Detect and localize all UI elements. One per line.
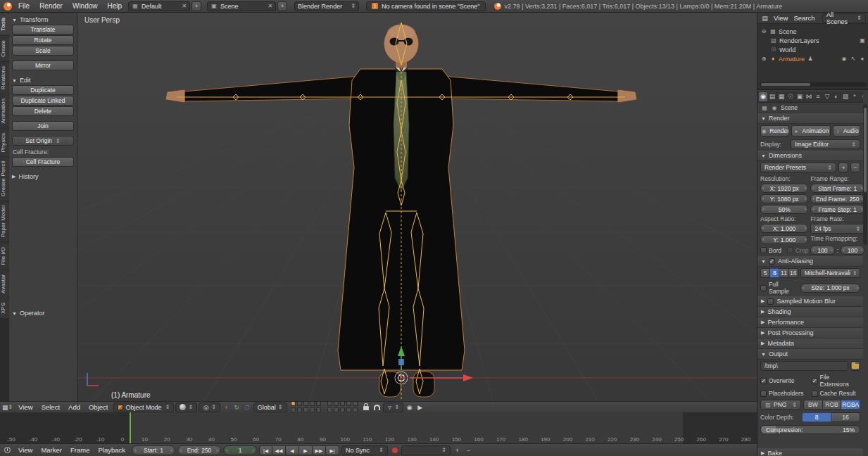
editor-type-timeline-icon[interactable] [3, 445, 12, 455]
preset-add-button[interactable]: + [838, 163, 848, 172]
join-button[interactable]: Join [12, 121, 74, 131]
properties-scrollbar[interactable] [863, 104, 867, 245]
operator-section-header[interactable]: ▼Operator [12, 308, 75, 318]
render-toggle-icon[interactable]: ▣ [859, 37, 866, 44]
frame-rate-dropdown[interactable]: 24 fps⇕ [810, 224, 864, 234]
timeline-menu-item[interactable]: Playback [94, 446, 130, 454]
outliner-row-world[interactable]: ☉ World [757, 45, 868, 54]
blender-logo-icon[interactable] [4, 2, 12, 11]
selectability-arrow-icon[interactable]: ↖ [850, 56, 857, 62]
sync-mode-dropdown[interactable]: No Sync⇕ [341, 445, 388, 455]
tab-particles[interactable]: * [850, 92, 859, 101]
edit-button[interactable]: Duplicate Linked [12, 96, 74, 106]
playback-button[interactable]: ◀◀ [272, 445, 286, 455]
timeline-menu-item[interactable]: View [14, 446, 37, 454]
edit-button[interactable]: Delete [12, 106, 74, 116]
playback-button[interactable]: ▶| [326, 445, 339, 455]
timeline-menu-item[interactable]: Frame [66, 446, 94, 454]
manipulator-translate-icon[interactable]: + [222, 403, 231, 412]
tool-shelf-tab[interactable]: Avastar [0, 270, 9, 298]
viewport-menu-item[interactable]: Select [37, 403, 64, 411]
layout-close-icon[interactable]: ✕ [182, 3, 187, 9]
tool-shelf-tab[interactable]: Physics [0, 129, 9, 157]
layer-toggle[interactable] [297, 407, 302, 412]
scrollbar-thumb[interactable] [761, 83, 810, 86]
collapsed-panel-header[interactable]: ▶Post Processing [757, 328, 863, 338]
end-frame-field[interactable]: End:250 [177, 445, 221, 455]
insert-keyframe-icon[interactable]: + [453, 445, 462, 455]
render-panel-header[interactable]: ▼Render [757, 113, 863, 124]
lock-to-scene-icon[interactable] [362, 403, 371, 412]
aspect-x-field[interactable]: X:1.000 [760, 224, 808, 233]
channel-button[interactable]: RGB [823, 400, 842, 410]
tool-shelf-tab[interactable]: Create [0, 36, 9, 61]
layer-toggle[interactable] [316, 401, 321, 406]
crop-checkbox[interactable]: Crop [787, 246, 808, 255]
layer-buttons-group-1[interactable] [291, 401, 322, 413]
layer-toggle[interactable] [334, 401, 339, 406]
tab-render[interactable]: ◉ [759, 92, 767, 101]
tab-world[interactable]: ☉ [786, 92, 795, 101]
remap-new-field[interactable]: 100 [841, 246, 864, 255]
scrollbar-thumb[interactable] [864, 108, 867, 192]
tool-shelf-tab[interactable]: Relations [0, 62, 9, 94]
motion-blur-checkbox[interactable] [767, 298, 774, 305]
browse-folder-button[interactable] [850, 361, 860, 371]
outliner-row-scene[interactable]: ⊖ ▦ Scene [757, 27, 868, 36]
scene-selector[interactable]: ▣ Scene ✕ [207, 1, 276, 11]
outliner-scrollbar[interactable] [760, 82, 867, 87]
screen-layout-selector[interactable]: ▦ Default ✕ [128, 1, 190, 11]
menu-item[interactable]: Help [103, 2, 127, 10]
resolution-x-field[interactable]: X:1920 px [760, 184, 808, 193]
current-frame-field[interactable]: 1 [223, 445, 257, 455]
layer-buttons-group-2[interactable] [327, 401, 358, 413]
viewport-menu-item[interactable]: Object [84, 403, 112, 411]
layout-browse-icon[interactable]: ▦ [132, 3, 139, 9]
remap-old-field[interactable]: 100 [810, 246, 834, 255]
snap-element-dropdown[interactable]: ▿⇕ [383, 403, 404, 412]
sampled-motion-blur-header[interactable]: ▶Sampled Motion Blur [757, 296, 863, 307]
edit-button[interactable]: Duplicate [12, 85, 74, 95]
render-presets-dropdown[interactable]: Render Presets⇕ [760, 163, 836, 172]
render-engine-dropdown[interactable]: Blender Render ⇕ [294, 1, 359, 11]
mirror-button[interactable]: Mirror [12, 61, 74, 70]
output-panel-header[interactable]: ▼Output [757, 349, 863, 360]
placeholders-checkbox[interactable]: Placeholders [760, 390, 810, 397]
layer-toggle[interactable] [297, 401, 302, 406]
aa-sample-button[interactable]: 11 [779, 268, 788, 278]
collapsed-panel-header[interactable]: ▶Metadata [757, 338, 863, 349]
resolution-percent-slider[interactable]: 50% [760, 205, 808, 214]
renderability-camera-icon[interactable]: ● [859, 56, 866, 62]
overwrite-checkbox[interactable]: Overwrite [760, 374, 810, 388]
manipulator-rotate-icon[interactable]: ↻ [232, 403, 241, 412]
tool-shelf-tab[interactable]: Grease Pencil [0, 157, 9, 201]
layer-toggle[interactable] [346, 401, 351, 406]
aa-sample-button[interactable]: 5 [760, 268, 770, 278]
render-opengl-anim-icon[interactable]: ▶ [415, 403, 424, 412]
outliner-row-armature[interactable]: ⊕ ♦ Armature ♟ ◉ ↖ ● [757, 54, 868, 63]
cache-result-checkbox[interactable]: Cache Result [812, 390, 861, 397]
layer-toggle[interactable] [310, 401, 315, 406]
cell-fracture-button[interactable]: Cell Fracture [12, 157, 74, 167]
timeline-ruler[interactable]: -50-40-30-20-100102030405060708090100110… [0, 412, 757, 443]
outliner-row-renderlayers[interactable]: ▤ RenderLayers ▣ [757, 36, 868, 45]
layer-toggle[interactable] [291, 407, 296, 412]
history-section-header[interactable]: ▶History [12, 172, 74, 182]
playback-button[interactable]: ◀ [286, 445, 299, 455]
add-layout-button[interactable]: + [191, 1, 201, 11]
expand-icon[interactable]: ⊕ [760, 56, 767, 62]
file-format-dropdown[interactable]: ▨PNG⇕ [760, 400, 801, 410]
layer-toggle[interactable] [327, 407, 332, 412]
render-button[interactable]: ◉Render [760, 125, 789, 137]
aa-sample-button[interactable]: 16 [789, 268, 798, 278]
render-opengl-icon[interactable]: ◉ [405, 403, 414, 412]
layer-toggle[interactable] [310, 407, 315, 412]
pivot-point-dropdown[interactable]: ◎⇕ [199, 403, 220, 412]
start-frame-field[interactable]: Start:1 [132, 445, 175, 455]
aa-size-field[interactable]: Size:1.000 px [800, 284, 860, 293]
add-scene-button[interactable]: + [277, 1, 287, 11]
tool-shelf-tab[interactable]: Tools [0, 13, 9, 35]
menu-item[interactable]: File [13, 2, 34, 10]
tab-modifiers[interactable]: ≡ [814, 92, 822, 101]
editor-type-outliner-icon[interactable]: ▤ [760, 13, 769, 23]
